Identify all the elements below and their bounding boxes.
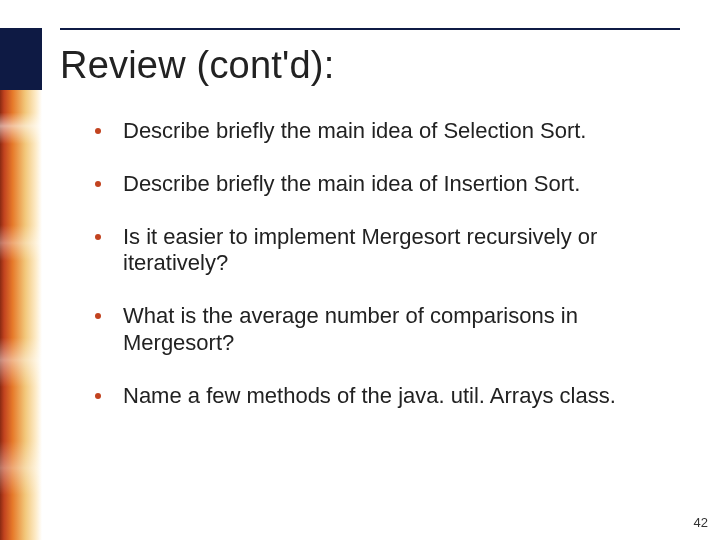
bullet-text: Name a few methods of the java. util. Ar…	[123, 383, 616, 408]
bullet-icon	[95, 313, 101, 319]
bullet-text: What is the average number of comparison…	[123, 303, 578, 355]
bullet-text: Describe briefly the main idea of Select…	[123, 118, 586, 143]
page-number: 42	[694, 515, 708, 530]
bullet-icon	[95, 128, 101, 134]
bullet-list: Describe briefly the main idea of Select…	[95, 118, 670, 410]
list-item: What is the average number of comparison…	[95, 303, 670, 357]
slide: Review (cont'd): Describe briefly the ma…	[0, 0, 720, 540]
sidebar-decoration	[0, 0, 42, 540]
bullet-icon	[95, 234, 101, 240]
list-item: Describe briefly the main idea of Insert…	[95, 171, 670, 198]
sidebar-top-gap	[0, 0, 42, 28]
bullet-text: Describe briefly the main idea of Insert…	[123, 171, 580, 196]
sidebar-orange-gradient	[0, 90, 42, 540]
list-item: Name a few methods of the java. util. Ar…	[95, 383, 670, 410]
bullet-text: Is it easier to implement Mergesort recu…	[123, 224, 597, 276]
list-item: Is it easier to implement Mergesort recu…	[95, 224, 670, 278]
bullet-icon	[95, 393, 101, 399]
slide-title: Review (cont'd):	[60, 44, 334, 87]
sidebar-navy-block	[0, 28, 42, 90]
list-item: Describe briefly the main idea of Select…	[95, 118, 670, 145]
bullet-icon	[95, 181, 101, 187]
title-divider	[60, 28, 680, 30]
content-area: Describe briefly the main idea of Select…	[95, 118, 670, 436]
